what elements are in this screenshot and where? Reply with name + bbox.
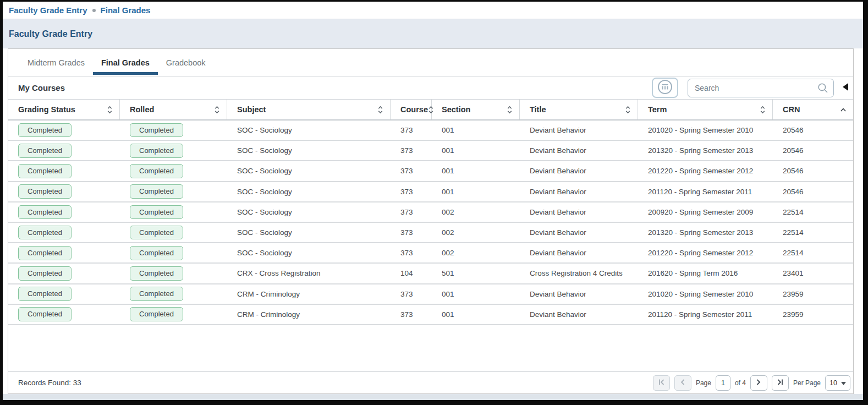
next-page-button[interactable] bbox=[750, 375, 767, 391]
cell-crn: 20546 bbox=[773, 141, 853, 160]
cell-section: 001 bbox=[432, 305, 520, 324]
table-row[interactable]: CompletedCompletedSOC - Sociology373001D… bbox=[8, 141, 853, 161]
page-number-input[interactable] bbox=[716, 375, 730, 391]
grading-status-badge: Completed bbox=[18, 266, 72, 281]
column-header-subject[interactable]: Subject bbox=[227, 100, 391, 119]
column-header-label: CRN bbox=[783, 105, 800, 114]
cell-rolled: Completed bbox=[120, 141, 227, 160]
per-page-label: Per Page bbox=[793, 379, 821, 387]
cell-term: 201120 - Spring Semester 2011 bbox=[638, 305, 773, 324]
per-page-value: 10 bbox=[829, 379, 837, 387]
sort-icon bbox=[760, 105, 766, 114]
table-row[interactable]: CompletedCompletedCRX - Cross Registrati… bbox=[8, 264, 853, 284]
main-panel: Midterm GradesFinal GradesGradebook My C… bbox=[8, 48, 854, 394]
cell-title: Deviant Behavior bbox=[520, 305, 638, 324]
table-row[interactable]: CompletedCompletedSOC - Sociology373001D… bbox=[8, 182, 853, 202]
cell-title: Deviant Behavior bbox=[520, 223, 638, 242]
cell-rolled: Completed bbox=[120, 284, 227, 304]
cell-term: 201620 - Spring Term 2016 bbox=[638, 264, 773, 283]
cell-rolled: Completed bbox=[120, 243, 227, 262]
cell-title: Deviant Behavior bbox=[520, 243, 638, 262]
cell-subject: SOC - Sociology bbox=[227, 223, 391, 242]
cell-title: Deviant Behavior bbox=[520, 141, 638, 160]
cell-term: 201320 - Spring Semester 2013 bbox=[638, 141, 773, 160]
cell-crn: 23401 bbox=[773, 264, 853, 283]
grading-status-badge: Completed bbox=[18, 205, 72, 220]
breadcrumb-link-final-grades[interactable]: Final Grades bbox=[101, 6, 151, 15]
search-input[interactable] bbox=[688, 79, 834, 97]
cell-term: 201020 - Spring Semester 2010 bbox=[638, 284, 773, 304]
previous-page-button[interactable] bbox=[674, 375, 691, 391]
table-row[interactable]: CompletedCompletedSOC - Sociology373002D… bbox=[8, 202, 853, 223]
cell-grading-status: Completed bbox=[8, 182, 120, 201]
breadcrumb-link-faculty-grade-entry[interactable]: Faculty Grade Entry bbox=[9, 6, 87, 15]
page: Faculty Grade Entry Final Grades Faculty… bbox=[3, 2, 863, 400]
sort-icon bbox=[625, 105, 631, 114]
collapse-panel-button[interactable] bbox=[842, 83, 849, 93]
grading-status-badge: Completed bbox=[18, 226, 72, 240]
column-header-rolled[interactable]: Rolled bbox=[120, 100, 227, 119]
tab-gradebook[interactable]: Gradebook bbox=[158, 49, 214, 76]
cell-crn: 20546 bbox=[773, 161, 853, 180]
cell-course: 373 bbox=[391, 202, 432, 222]
column-header-course[interactable]: Course bbox=[391, 100, 432, 119]
column-header-title[interactable]: Title bbox=[520, 100, 638, 119]
rolled-badge: Completed bbox=[130, 164, 183, 178]
column-header-label: Course bbox=[400, 105, 428, 114]
grading-status-badge: Completed bbox=[18, 123, 72, 138]
cell-course: 373 bbox=[391, 223, 432, 242]
last-page-button[interactable] bbox=[772, 375, 789, 391]
cell-title: Deviant Behavior bbox=[520, 161, 638, 180]
pagination: Page of 4 Per Page 10 bbox=[653, 375, 850, 391]
column-header-term[interactable]: Term bbox=[638, 100, 773, 119]
per-page-select[interactable]: 10 bbox=[825, 375, 850, 391]
cell-grading-status: Completed bbox=[8, 284, 120, 304]
cell-rolled: Completed bbox=[120, 264, 227, 283]
column-header-crn[interactable]: CRN bbox=[773, 100, 853, 119]
table-row[interactable]: CompletedCompletedSOC - Sociology373001D… bbox=[8, 161, 853, 182]
sort-icon bbox=[107, 105, 113, 114]
sort-icon bbox=[377, 105, 383, 114]
cell-subject: CRM - Criminology bbox=[227, 284, 391, 304]
cell-rolled: Completed bbox=[120, 305, 227, 324]
cell-grading-status: Completed bbox=[8, 305, 120, 324]
table-footer: Records Found: 33 Page of 4 bbox=[8, 371, 853, 393]
cell-crn: 22514 bbox=[773, 202, 853, 222]
cell-title: Deviant Behavior bbox=[520, 121, 638, 140]
column-header-label: Section bbox=[442, 105, 470, 114]
cell-section: 501 bbox=[432, 264, 520, 283]
cell-rolled: Completed bbox=[120, 121, 227, 140]
cell-crn: 20546 bbox=[773, 121, 853, 140]
tab-final-grades[interactable]: Final Grades bbox=[93, 49, 158, 76]
cell-section: 001 bbox=[432, 121, 520, 140]
cell-term: 201120 - Spring Semester 2011 bbox=[638, 182, 773, 201]
cell-title: Deviant Behavior bbox=[520, 284, 638, 304]
cell-course: 373 bbox=[391, 161, 432, 180]
search-icon bbox=[817, 83, 828, 96]
cell-term: 201020 - Spring Semester 2010 bbox=[638, 121, 773, 140]
table-empty-space bbox=[8, 325, 853, 371]
previous-page-icon bbox=[680, 379, 685, 387]
column-header-label: Term bbox=[648, 105, 667, 114]
cell-section: 002 bbox=[432, 223, 520, 242]
cell-crn: 22514 bbox=[773, 223, 853, 242]
column-settings-button[interactable] bbox=[652, 78, 678, 98]
table-row[interactable]: CompletedCompletedCRM - Criminology37300… bbox=[8, 284, 853, 305]
rolled-badge: Completed bbox=[130, 287, 183, 301]
cell-section: 001 bbox=[432, 161, 520, 180]
cell-grading-status: Completed bbox=[8, 223, 120, 242]
cell-crn: 22514 bbox=[773, 243, 853, 262]
cell-section: 001 bbox=[432, 284, 520, 304]
column-header-grading-status[interactable]: Grading Status bbox=[8, 100, 120, 119]
table-row[interactable]: CompletedCompletedCRM - Criminology37300… bbox=[8, 305, 853, 325]
column-header-label: Grading Status bbox=[18, 105, 75, 114]
table-row[interactable]: CompletedCompletedSOC - Sociology373002D… bbox=[8, 243, 853, 264]
cell-title: Deviant Behavior bbox=[520, 182, 638, 201]
tab-midterm-grades[interactable]: Midterm Grades bbox=[19, 49, 93, 76]
rolled-badge: Completed bbox=[130, 226, 183, 240]
table-header-row: Grading StatusRolledSubjectCourseSection… bbox=[8, 100, 853, 121]
table-row[interactable]: CompletedCompletedSOC - Sociology373001D… bbox=[8, 121, 853, 141]
table-row[interactable]: CompletedCompletedSOC - Sociology373002D… bbox=[8, 223, 853, 243]
first-page-button[interactable] bbox=[653, 375, 670, 391]
column-header-section[interactable]: Section bbox=[432, 100, 520, 119]
